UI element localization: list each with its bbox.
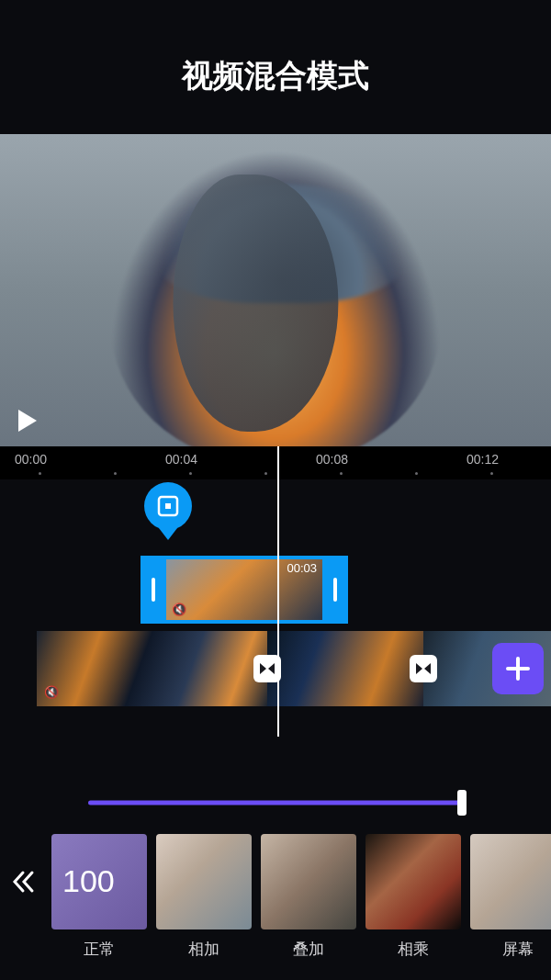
mode-label: 屏幕 [502,939,534,960]
preview-art [173,175,338,432]
mute-icon: 🔇 [172,603,186,616]
main-track[interactable]: 🔇 [37,631,551,706]
add-clip-button[interactable] [492,643,544,694]
ruler-tick: 00:12 [467,452,499,467]
transition-button[interactable] [410,655,437,682]
ruler-tick: 00:04 [165,452,197,467]
clip-handle-left[interactable] [141,556,166,624]
blend-mode-multiply[interactable]: 相乘 [365,834,461,960]
blend-mode-add[interactable]: 相加 [156,834,252,960]
overlay-clip[interactable]: 00:03 🔇 [141,556,348,624]
main-clip[interactable] [267,631,422,706]
clip-duration: 00:03 [287,561,317,575]
timeline[interactable]: 00:03 🔇 🔇 [0,479,551,737]
svg-rect-1 [165,503,171,509]
ruler-tick: 00:08 [316,452,348,467]
ruler-tick: 00:00 [15,452,47,467]
blend-mode-screen[interactable]: 屏幕 [470,834,551,960]
playhead[interactable] [277,446,279,737]
keyframe-marker[interactable] [144,482,192,546]
mode-label: 相乘 [398,939,429,960]
mode-value: 100 [62,863,115,899]
play-button[interactable] [13,406,42,435]
time-ruler[interactable]: 00:00 00:04 00:08 00:12 [0,446,551,479]
page-title: 视频混合模式 [0,0,551,134]
blend-mode-normal[interactable]: 100 正常 [51,834,147,960]
mode-label: 相加 [188,939,219,960]
slider-thumb[interactable] [457,790,467,816]
back-button[interactable] [0,834,48,929]
blend-mode-overlay[interactable]: 叠加 [261,834,356,960]
mode-label: 叠加 [293,939,324,960]
blend-modes-row: 100 正常 相加 叠加 相乘 屏幕 [0,834,551,972]
mute-icon: 🔇 [44,685,59,699]
video-preview[interactable] [0,134,551,446]
mode-label: 正常 [84,939,115,960]
main-clip[interactable]: 🔇 [37,631,267,706]
opacity-slider[interactable] [88,792,463,814]
clip-handle-right[interactable] [322,556,348,624]
slider-track [88,801,463,805]
